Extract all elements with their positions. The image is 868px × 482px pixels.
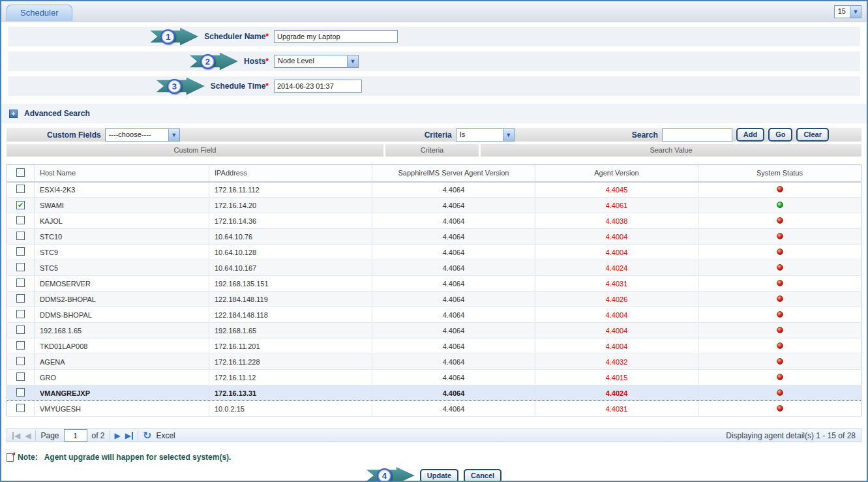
hosts-select[interactable]: Node Level ▼: [274, 55, 359, 68]
subheader-custom-field: Custom Field: [7, 143, 383, 157]
divider: [110, 430, 110, 441]
table-row[interactable]: GRO172.16.11.124.40644.4015: [7, 370, 861, 385]
row-checkbox[interactable]: [16, 232, 25, 240]
agent-version-cell: 4.4026: [535, 292, 698, 307]
custom-fields-label: Custom Fields: [47, 130, 101, 140]
step-arrow-1: 1: [150, 28, 198, 46]
table-row[interactable]: DDMS2-BHOPAL122.184.148.1194.40644.4026: [7, 292, 861, 307]
table-row[interactable]: KAJOL172.16.14.364.40644.4038: [7, 213, 861, 229]
agent-version-cell: 4.4038: [535, 213, 698, 229]
table-row[interactable]: STC1010.64.10.764.40644.4004: [7, 229, 861, 245]
record-range-summary: Displaying agent detail(s) 1 - 15 of 28: [726, 431, 856, 440]
status-red-icon: [777, 374, 783, 380]
row-checkbox[interactable]: [16, 341, 25, 350]
divider: [35, 430, 36, 441]
host-name-cell: STC10: [35, 229, 209, 245]
row-checkbox[interactable]: [16, 404, 25, 412]
table-row[interactable]: 192.168.1.65192.168.1.654.40644.4004: [7, 323, 861, 339]
host-name-cell: STC9: [35, 245, 209, 260]
update-button[interactable]: Update: [420, 469, 458, 482]
status-red-icon: [777, 389, 783, 396]
table-row[interactable]: STC910.64.10.1284.40644.4004: [7, 245, 861, 260]
host-name-cell: STC5: [35, 260, 209, 276]
table-row[interactable]: ✔SWAMI172.16.14.204.40644.4061: [7, 198, 861, 213]
table-row[interactable]: ESXI4-2K3172.16.11.1124.40644.4045: [7, 182, 861, 198]
tab-scheduler[interactable]: Scheduler: [7, 5, 72, 21]
next-page-icon[interactable]: ▶: [115, 432, 121, 440]
server-agent-version-cell: 4.4064: [372, 213, 535, 229]
last-page-icon[interactable]: ▶: [125, 432, 133, 440]
chevron-down-icon: ▼: [503, 129, 514, 141]
row-checkbox[interactable]: [16, 263, 25, 271]
refresh-icon[interactable]: ↻: [143, 429, 151, 442]
row-checkbox[interactable]: [16, 294, 25, 303]
row-checkbox[interactable]: [16, 279, 25, 287]
step-number-badge: 1: [160, 29, 175, 44]
cancel-button[interactable]: Cancel: [464, 469, 501, 482]
add-button[interactable]: Add: [736, 128, 764, 142]
status-red-icon: [777, 217, 783, 224]
ip-address-cell: 172.16.13.31: [209, 385, 372, 401]
clear-button[interactable]: Clear: [796, 128, 829, 142]
server-agent-version-cell: 4.4064: [372, 307, 535, 323]
server-agent-version-cell: 4.4064: [372, 260, 535, 276]
server-agent-version-cell: 4.4064: [372, 323, 535, 339]
agent-version-cell: 4.4004: [535, 323, 698, 339]
table-row[interactable]: AGENA172.16.11.2284.40644.4032: [7, 354, 861, 370]
row-checkbox[interactable]: ✔: [16, 201, 25, 209]
table-row[interactable]: VMANGREJXP172.16.13.314.40644.4024: [7, 385, 861, 401]
page-number-input[interactable]: [64, 429, 87, 442]
row-checkbox[interactable]: [16, 372, 25, 381]
titlebar: Scheduler 15 ▼: [1, 1, 867, 22]
table-row[interactable]: STC510.64.10.1674.40644.4024: [7, 260, 861, 276]
criteria-select[interactable]: Is ▼: [456, 128, 515, 142]
go-button[interactable]: Go: [768, 128, 792, 142]
agent-version-cell: 4.4024: [535, 260, 698, 276]
advanced-search-filterbar: Custom Fields ----choose---- ▼ Criteria …: [7, 127, 861, 142]
row-checkbox[interactable]: [16, 388, 25, 397]
ip-address-cell: 10.64.10.167: [209, 260, 372, 276]
agent-version-cell: 4.4061: [535, 198, 698, 213]
chevron-down-icon: ▼: [347, 55, 358, 67]
status-red-icon: [777, 405, 783, 412]
custom-fields-select[interactable]: ----choose---- ▼: [105, 128, 180, 142]
excel-export-link[interactable]: Excel: [156, 431, 175, 440]
row-checkbox[interactable]: [16, 357, 25, 365]
ip-address-cell: 10.0.2.15: [209, 401, 372, 417]
table-row[interactable]: TKD01LAP008172.16.11.2014.40644.4004: [7, 339, 861, 354]
table-row[interactable]: DEMOSERVER192.168.135.1514.40644.4031: [7, 276, 861, 292]
server-agent-version-cell: 4.4064: [372, 401, 535, 417]
ip-address-cell: 172.16.14.36: [209, 213, 372, 229]
host-name-cell: TKD01LAP008: [35, 339, 209, 354]
row-checkbox[interactable]: [16, 325, 25, 334]
agent-version-cell: 4.4024: [535, 385, 698, 401]
schedule-time-input[interactable]: [274, 80, 362, 93]
expand-plus-icon[interactable]: +: [9, 110, 18, 118]
status-red-icon: [777, 186, 783, 192]
server-agent-version-cell: 4.4064: [372, 385, 535, 401]
select-all-checkbox[interactable]: [16, 168, 25, 177]
first-page-icon[interactable]: ◀: [12, 432, 20, 440]
subheader-criteria: Criteria: [385, 143, 479, 157]
row-checkbox[interactable]: [16, 310, 25, 318]
search-input[interactable]: [662, 128, 732, 142]
previous-page-icon[interactable]: ◀: [25, 432, 31, 440]
table-row[interactable]: VMYUGESH10.0.2.154.40644.4031: [7, 401, 861, 417]
host-name-cell: DEMOSERVER: [35, 276, 209, 292]
status-red-icon: [777, 249, 783, 255]
advanced-search-title: Advanced Search: [24, 109, 90, 118]
col-system-status: System Status: [698, 165, 861, 182]
server-agent-version-cell: 4.4064: [372, 182, 535, 198]
row-checkbox[interactable]: [16, 216, 25, 224]
server-agent-version-cell: 4.4064: [372, 198, 535, 213]
status-green-icon: [777, 202, 783, 208]
table-row[interactable]: DDMS-BHOPAL122.184.148.1184.40644.4004: [7, 307, 861, 323]
scheduler-name-input[interactable]: [274, 30, 398, 43]
hosts-label: Hosts*: [244, 57, 269, 66]
row-checkbox[interactable]: [16, 247, 25, 256]
hosts-select-value: Node Level: [275, 55, 347, 67]
schedule-time-label: Schedule Time*: [211, 82, 269, 91]
page-size-select[interactable]: 15 ▼: [834, 5, 861, 18]
host-name-cell: 192.168.1.65: [35, 323, 209, 339]
row-checkbox[interactable]: [16, 185, 25, 193]
